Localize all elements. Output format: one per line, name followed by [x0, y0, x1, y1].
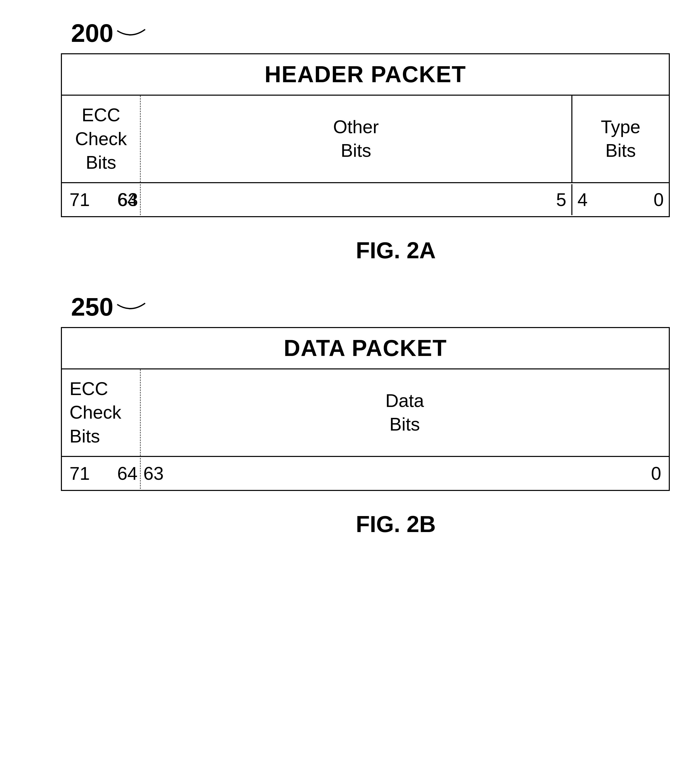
header-numbers-row: 71 64 63 5 4 0: [62, 183, 669, 216]
type-right-num: 0: [654, 189, 664, 210]
other-bits-label: OtherBits: [333, 115, 379, 163]
data-bits-label: DataBits: [385, 389, 424, 437]
ecc-left-num-b: 71: [70, 463, 90, 484]
ref-arrow-b: [116, 299, 146, 316]
figure-2b-section: 250 DATA PACKET ECC CheckBits DataBits: [30, 294, 670, 538]
fig-2b-caption: FIG. 2B: [61, 511, 700, 538]
data-numbers: 63 0: [141, 458, 669, 489]
ref-number-a: 200: [71, 20, 113, 46]
header-packet-table: HEADER PACKET ECC CheckBits OtherBits Ty…: [61, 53, 670, 217]
ref-number-container-b: 250: [71, 294, 670, 320]
data-packet-title: DATA PACKET: [62, 328, 669, 370]
type-bits-label: TypeBits: [601, 115, 640, 163]
ecc-check-label-b: ECC CheckBits: [70, 377, 133, 448]
ref-number-container-a: 200: [71, 20, 670, 46]
ecc-check-field-b: ECC CheckBits: [62, 370, 141, 456]
data-packet-table: DATA PACKET ECC CheckBits DataBits 71 64…: [61, 327, 670, 491]
type-bits-field: TypeBits: [572, 96, 669, 182]
ref-number-b: 250: [71, 294, 113, 320]
other-right-num: 5: [556, 189, 566, 210]
data-left-num: 63: [143, 463, 164, 484]
type-numbers: 4 0: [572, 184, 669, 215]
type-left-num: 4: [577, 189, 588, 210]
data-bits-field: DataBits: [141, 370, 669, 456]
figure-2a-section: 200 HEADER PACKET ECC CheckBits OtherBit…: [30, 20, 670, 264]
fig-2a-caption: FIG. 2A: [61, 237, 700, 264]
other-numbers: 63 5: [141, 184, 572, 215]
data-fields-row: ECC CheckBits DataBits: [62, 370, 669, 457]
header-packet-title: HEADER PACKET: [62, 54, 669, 96]
ecc-right-num-b: 64: [117, 463, 137, 484]
diagram-container: 200 HEADER PACKET ECC CheckBits OtherBit…: [30, 20, 670, 568]
data-right-num: 0: [651, 463, 661, 484]
ecc-check-field-a: ECC CheckBits: [62, 96, 141, 182]
ecc-left-num-a: 71: [70, 189, 90, 210]
header-fields-row: ECC CheckBits OtherBits TypeBits: [62, 96, 669, 183]
other-bits-field: OtherBits: [141, 96, 572, 182]
data-numbers-row: 71 64 63 0: [62, 457, 669, 490]
ref-arrow-a: [116, 26, 146, 42]
ecc-numbers-b: 71 64: [62, 458, 141, 489]
other-left-num: 63: [118, 189, 138, 210]
ecc-check-label-a: ECC CheckBits: [70, 103, 133, 174]
